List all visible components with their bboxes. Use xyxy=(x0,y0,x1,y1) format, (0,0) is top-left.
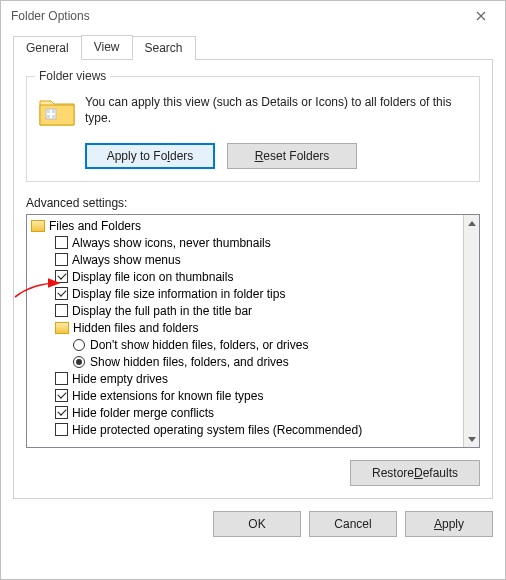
tree-item-hide-merge-conflicts[interactable]: Hide folder merge conflicts xyxy=(27,404,463,421)
tree-radio-dont-show-hidden[interactable]: Don't show hidden files, folders, or dri… xyxy=(27,336,463,353)
checkbox[interactable] xyxy=(55,304,68,317)
close-icon xyxy=(476,11,486,21)
apply-button[interactable]: Apply xyxy=(405,511,493,537)
cancel-button[interactable]: Cancel xyxy=(309,511,397,537)
tree-group-files-folders[interactable]: Files and Folders xyxy=(27,217,463,234)
svg-rect-2 xyxy=(52,110,55,113)
folder-views-icon xyxy=(37,91,77,131)
advanced-settings-box: Files and Folders Always show icons, nev… xyxy=(26,214,480,448)
folder-icon xyxy=(31,220,45,232)
tab-view[interactable]: View xyxy=(81,35,133,59)
advanced-settings-tree[interactable]: Files and Folders Always show icons, nev… xyxy=(27,215,463,447)
titlebar: Folder Options xyxy=(1,1,505,31)
chevron-up-icon xyxy=(468,221,476,226)
folder-views-text: You can apply this view (such as Details… xyxy=(85,95,469,126)
tree-radio-show-hidden[interactable]: Show hidden files, folders, and drives xyxy=(27,353,463,370)
folder-views-label: Folder views xyxy=(35,69,110,83)
folder-options-window: Folder Options General View Search Folde… xyxy=(0,0,506,580)
checkbox[interactable] xyxy=(55,423,68,436)
window-title: Folder Options xyxy=(11,9,90,23)
checkbox[interactable] xyxy=(55,372,68,385)
radio[interactable] xyxy=(73,356,85,368)
checkbox[interactable] xyxy=(55,406,68,419)
radio[interactable] xyxy=(73,339,85,351)
tree-item-hide-extensions[interactable]: Hide extensions for known file types xyxy=(27,387,463,404)
restore-defaults-button[interactable]: Restore Defaults xyxy=(350,460,480,486)
scroll-up-button[interactable] xyxy=(464,215,480,231)
close-button[interactable] xyxy=(461,3,501,29)
scroll-down-button[interactable] xyxy=(464,431,480,447)
chevron-down-icon xyxy=(468,437,476,442)
apply-to-folders-button[interactable]: Apply to Folders xyxy=(85,143,215,169)
view-tab-pane: Folder views You can apply this view (su… xyxy=(13,59,493,499)
svg-rect-1 xyxy=(47,110,50,113)
tree-item-full-path-titlebar[interactable]: Display the full path in the title bar xyxy=(27,302,463,319)
tree-item-hide-empty-drives[interactable]: Hide empty drives xyxy=(27,370,463,387)
scrollbar[interactable] xyxy=(463,215,479,447)
checkbox[interactable] xyxy=(55,389,68,402)
svg-rect-3 xyxy=(47,115,50,118)
svg-rect-4 xyxy=(52,115,55,118)
tree-item-file-icon-thumbs[interactable]: Display file icon on thumbnails xyxy=(27,268,463,285)
dialog-buttons: OK Cancel Apply xyxy=(1,505,505,547)
tree-item-hide-protected-os-files[interactable]: Hide protected operating system files (R… xyxy=(27,421,463,438)
checkbox[interactable] xyxy=(55,270,68,283)
tree-item-file-size-tips[interactable]: Display file size information in folder … xyxy=(27,285,463,302)
checkbox[interactable] xyxy=(55,253,68,266)
folder-views-group: Folder views You can apply this view (su… xyxy=(26,76,480,182)
tree-group-hidden-files[interactable]: Hidden files and folders xyxy=(27,319,463,336)
tab-general[interactable]: General xyxy=(13,36,82,60)
ok-button[interactable]: OK xyxy=(213,511,301,537)
advanced-settings-label: Advanced settings: xyxy=(26,196,480,210)
tabs: General View Search xyxy=(13,35,493,59)
folder-icon xyxy=(55,322,69,334)
checkbox[interactable] xyxy=(55,287,68,300)
reset-folders-button[interactable]: Reset Folders xyxy=(227,143,357,169)
tab-search[interactable]: Search xyxy=(132,36,196,60)
tree-item-always-icons[interactable]: Always show icons, never thumbnails xyxy=(27,234,463,251)
checkbox[interactable] xyxy=(55,236,68,249)
tree-item-always-menus[interactable]: Always show menus xyxy=(27,251,463,268)
